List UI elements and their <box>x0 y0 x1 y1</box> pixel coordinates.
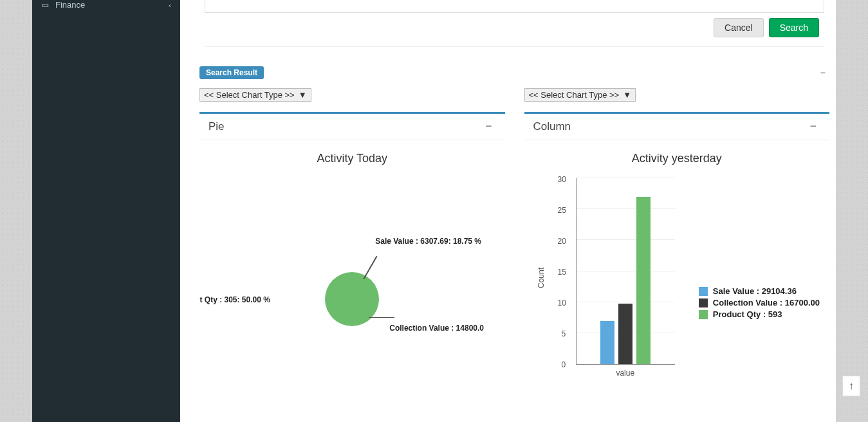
panel-header-column: Column − <box>524 114 830 140</box>
legend-text: Product Qty : 593 <box>713 309 782 319</box>
section-header: Search Result − <box>199 66 829 79</box>
sidebar: ▭ Finance ‹ <box>32 0 180 422</box>
search-result-badge: Search Result <box>199 66 264 79</box>
collapse-panel-icon[interactable]: − <box>806 120 820 133</box>
sidebar-item-finance[interactable]: ▭ Finance ‹ <box>32 0 180 15</box>
y-tick: 15 <box>558 268 820 277</box>
select-label: << Select Chart Type >> <box>204 90 295 100</box>
chevron-left-icon: ‹ <box>169 1 171 9</box>
caret-down-icon: ▼ <box>299 90 307 100</box>
y-tick: 30 <box>558 175 820 184</box>
button-row: Cancel Search <box>205 13 824 47</box>
chart-col-left: << Select Chart Type >> ▼ Pie − Activity… <box>199 88 505 416</box>
sidebar-item-label: Finance <box>55 0 162 10</box>
pie-chart-area: Sale Value : 6307.69: 18.75 % t Qty : 30… <box>199 172 505 416</box>
swatch-icon <box>699 298 708 307</box>
legend-item-product: Product Qty : 593 <box>699 309 820 319</box>
x-axis-label: value <box>576 369 676 378</box>
select-label: << Select Chart Type >> <box>529 90 620 100</box>
y-tick: 5 <box>562 329 820 338</box>
panel-column: Column − Activity yesterday Count <box>524 112 830 416</box>
collapse-panel-icon[interactable]: − <box>482 120 496 133</box>
panel-pie: Pie − Activity Today Sale Value : 6307.6… <box>199 112 505 416</box>
cancel-button[interactable]: Cancel <box>714 18 764 37</box>
panel-header-pie: Pie − <box>199 114 505 140</box>
legend-item-collection: Collection Value : 16700.00 <box>699 298 820 307</box>
bar-chart-area: Count <box>524 172 830 416</box>
legend-item-sale: Sale Value : 29104.36 <box>699 286 820 296</box>
chart-col-right: << Select Chart Type >> ▼ Column − Activ… <box>524 88 830 416</box>
collapse-section-icon[interactable]: − <box>817 68 829 78</box>
pie-label-product: t Qty : 305: 50.00 % <box>199 295 270 304</box>
charts-row: << Select Chart Type >> ▼ Pie − Activity… <box>199 88 829 416</box>
scroll-to-top-button[interactable]: ↑ <box>842 376 860 396</box>
legend-text: Sale Value : 29104.36 <box>713 286 797 296</box>
filter-panel <box>205 0 824 13</box>
caret-down-icon: ▼ <box>623 90 631 100</box>
pie-label-collection: Collection Value : 14800.0 <box>389 324 484 333</box>
pie-label-sale: Sale Value : 6307.69: 18.75 % <box>375 237 481 246</box>
y-tick: 20 <box>558 237 820 246</box>
bar-legend: Sale Value : 29104.36 Collection Value :… <box>699 286 820 321</box>
arrow-up-icon: ↑ <box>849 380 854 392</box>
y-axis-label: Count <box>537 268 546 288</box>
panel-title: Column <box>533 120 571 133</box>
chart-title-column: Activity yesterday <box>524 152 830 165</box>
chart-title-pie: Activity Today <box>199 152 505 165</box>
pie-chart <box>325 272 379 326</box>
select-chart-type-left[interactable]: << Select Chart Type >> ▼ <box>199 88 311 102</box>
main-content: Cancel Search Search Result − << Select … <box>180 0 836 422</box>
search-button[interactable]: Search <box>769 18 819 37</box>
swatch-icon <box>699 310 708 319</box>
y-tick: 25 <box>558 206 820 215</box>
bar-sale <box>600 321 614 364</box>
swatch-icon <box>699 287 708 296</box>
wallet-icon: ▭ <box>41 0 49 10</box>
bar-product <box>636 197 651 364</box>
select-chart-type-right[interactable]: << Select Chart Type >> ▼ <box>524 88 636 102</box>
y-tick: 0 <box>562 360 820 369</box>
panel-title: Pie <box>208 120 225 133</box>
legend-text: Collection Value : 16700.00 <box>713 298 820 307</box>
